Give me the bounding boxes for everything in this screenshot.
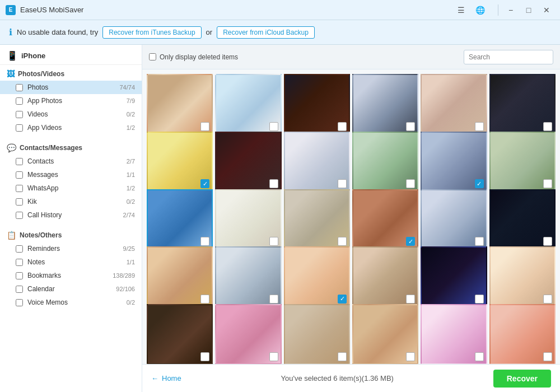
- photo-cell-7[interactable]: ✓: [147, 132, 213, 192]
- sidebar-item-contacts[interactable]: Contacts 2/7: [0, 155, 142, 168]
- photo-checkbox-7[interactable]: ✓: [200, 179, 209, 188]
- voice-memos-checkbox[interactable]: [16, 299, 23, 306]
- photo-cell-20[interactable]: [215, 246, 281, 307]
- photo-cell-3[interactable]: [284, 74, 350, 134]
- photo-checkbox-11[interactable]: ✓: [475, 179, 484, 188]
- photo-checkbox-26[interactable]: [269, 352, 278, 361]
- sidebar-item-photos[interactable]: Photos 74/74: [0, 81, 142, 94]
- contacts-checkbox[interactable]: [16, 158, 23, 165]
- photo-checkbox-18[interactable]: [543, 237, 552, 246]
- sidebar-item-app-photos[interactable]: App Photos 7/9: [0, 94, 142, 108]
- photo-checkbox-14[interactable]: [269, 237, 278, 246]
- photo-checkbox-20[interactable]: [269, 295, 278, 304]
- sidebar-item-notes[interactable]: Notes 1/1: [0, 255, 142, 269]
- sidebar-item-calendar[interactable]: Calendar 92/106: [0, 282, 142, 296]
- home-button[interactable]: ← Home: [151, 374, 181, 382]
- photo-cell-16[interactable]: ✓: [352, 189, 418, 250]
- app-videos-checkbox[interactable]: [16, 124, 23, 132]
- photo-checkbox-19[interactable]: [200, 295, 209, 304]
- search-input[interactable]: [464, 50, 553, 64]
- calendar-checkbox[interactable]: [16, 286, 23, 293]
- photo-checkbox-15[interactable]: [338, 237, 347, 246]
- globe-icon[interactable]: 🌐: [472, 2, 488, 18]
- photo-cell-13[interactable]: [147, 189, 213, 250]
- sidebar-item-voice-memos[interactable]: Voice Memos 0/2: [0, 296, 142, 309]
- photo-cell-9[interactable]: [284, 132, 350, 192]
- sidebar-item-messages[interactable]: Messages 1/1: [0, 168, 142, 181]
- photo-cell-8[interactable]: [215, 132, 281, 192]
- photo-checkbox-22[interactable]: [406, 295, 415, 304]
- photo-checkbox-9[interactable]: [338, 179, 347, 188]
- notes-checkbox[interactable]: [16, 259, 23, 266]
- recover-itunes-link[interactable]: Recover from iTunes Backup: [102, 26, 201, 39]
- kik-checkbox[interactable]: [16, 198, 23, 206]
- recover-icloud-link[interactable]: Recover from iCloud Backup: [217, 26, 315, 39]
- only-deleted-label[interactable]: Only display deleted items: [149, 53, 238, 61]
- sidebar-item-videos[interactable]: Videos 0/2: [0, 108, 142, 121]
- photo-cell-2[interactable]: [215, 74, 281, 134]
- photo-cell-29[interactable]: [421, 304, 487, 364]
- photo-checkbox-28[interactable]: [406, 352, 415, 361]
- photo-cell-19[interactable]: [147, 246, 213, 307]
- whatsapp-checkbox[interactable]: [16, 185, 23, 192]
- photo-cell-24[interactable]: [489, 246, 556, 307]
- photo-cell-22[interactable]: [352, 246, 418, 307]
- sidebar-item-kik[interactable]: Kik 0/2: [0, 195, 142, 208]
- photo-checkbox-3[interactable]: [338, 122, 347, 131]
- photo-checkbox-16[interactable]: ✓: [406, 237, 415, 246]
- photo-checkbox-6[interactable]: [543, 122, 552, 131]
- photo-cell-27[interactable]: [284, 304, 350, 364]
- close-button[interactable]: ✕: [539, 4, 554, 16]
- photo-checkbox-30[interactable]: [543, 352, 552, 361]
- menu-icon[interactable]: ☰: [453, 2, 469, 18]
- only-deleted-checkbox[interactable]: [149, 53, 156, 60]
- photo-cell-4[interactable]: [352, 74, 418, 134]
- photo-cell-10[interactable]: [352, 132, 418, 192]
- photo-checkbox-27[interactable]: [338, 352, 347, 361]
- photo-cell-14[interactable]: [215, 189, 281, 250]
- photo-cell-23[interactable]: [421, 246, 487, 307]
- photo-cell-18[interactable]: [489, 189, 556, 250]
- photos-checkbox[interactable]: [16, 84, 23, 91]
- app-photos-checkbox[interactable]: [16, 97, 23, 105]
- reminders-checkbox[interactable]: [16, 245, 23, 253]
- photo-cell-28[interactable]: [352, 304, 418, 364]
- sidebar-item-app-videos[interactable]: App Videos 1/2: [0, 121, 142, 134]
- photo-checkbox-13[interactable]: [200, 237, 209, 246]
- sidebar-item-call-history[interactable]: Call History 2/74: [0, 208, 142, 222]
- photo-checkbox-12[interactable]: [543, 179, 552, 188]
- photo-cell-17[interactable]: [421, 189, 487, 250]
- photo-cell-12[interactable]: [489, 132, 556, 192]
- photo-cell-11[interactable]: ✓: [421, 132, 487, 192]
- photo-checkbox-1[interactable]: [200, 122, 209, 131]
- recover-button[interactable]: Recover: [493, 370, 551, 388]
- photo-cell-6[interactable]: [489, 74, 556, 134]
- photo-cell-5[interactable]: [421, 74, 487, 134]
- photo-checkbox-5[interactable]: [475, 122, 484, 131]
- photo-checkbox-29[interactable]: [475, 352, 484, 361]
- photo-cell-15[interactable]: [284, 189, 350, 250]
- bookmarks-checkbox[interactable]: [16, 272, 23, 279]
- maximize-button[interactable]: □: [521, 4, 536, 16]
- videos-checkbox[interactable]: [16, 111, 23, 118]
- messages-checkbox[interactable]: [16, 171, 23, 179]
- sidebar-item-whatsapp[interactable]: WhatsApp 1/2: [0, 181, 142, 195]
- photo-checkbox-10[interactable]: [406, 179, 415, 188]
- photo-checkbox-23[interactable]: [475, 295, 484, 304]
- sidebar-item-bookmarks[interactable]: Bookmarks 138/289: [0, 269, 142, 282]
- photo-cell-21[interactable]: ✓: [284, 246, 350, 307]
- minimize-button[interactable]: −: [503, 4, 519, 16]
- photo-cell-26[interactable]: [215, 304, 281, 364]
- photo-checkbox-4[interactable]: [406, 122, 415, 131]
- photo-checkbox-8[interactable]: [269, 179, 278, 188]
- photo-checkbox-2[interactable]: [269, 122, 278, 131]
- sidebar-item-reminders[interactable]: Reminders 9/25: [0, 242, 142, 255]
- photo-cell-1[interactable]: [147, 74, 213, 134]
- photo-cell-25[interactable]: [147, 304, 213, 364]
- photo-checkbox-25[interactable]: [200, 352, 209, 361]
- photo-cell-30[interactable]: [489, 304, 556, 364]
- photo-checkbox-24[interactable]: [543, 295, 552, 304]
- photo-checkbox-17[interactable]: [475, 237, 484, 246]
- call-history-checkbox[interactable]: [16, 212, 23, 219]
- photo-checkbox-21[interactable]: ✓: [338, 295, 347, 304]
